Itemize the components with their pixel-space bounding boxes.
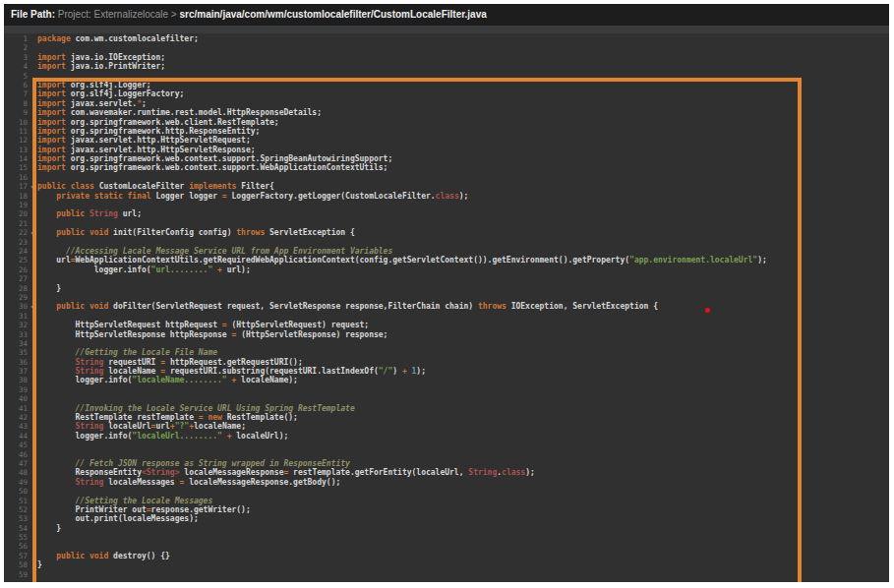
code-row[interactable]: 44 logger.info("localeUrl........" + loc… — [4, 432, 889, 441]
line-number[interactable]: 30 — [4, 302, 29, 311]
code-line[interactable]: PrintWriter out=response.getWriter(); — [35, 505, 889, 514]
line-number[interactable]: 19 — [4, 201, 29, 209]
line-number[interactable]: 9 — [4, 108, 29, 117]
fold-gutter[interactable] — [29, 173, 35, 182]
line-number[interactable]: 11 — [4, 127, 29, 136]
line-number[interactable]: 44 — [4, 432, 29, 441]
fold-gutter[interactable] — [29, 505, 35, 514]
code-line[interactable]: public void init(FilterConfig config) th… — [35, 228, 889, 237]
code-row[interactable]: 40 — [4, 394, 889, 403]
code-line[interactable]: String localeName = requestURI.substring… — [35, 367, 889, 376]
line-number[interactable]: 41 — [4, 404, 29, 413]
fold-marker-icon[interactable]: ▾ — [29, 228, 35, 237]
fold-gutter[interactable] — [29, 570, 35, 579]
code-line[interactable] — [35, 441, 889, 449]
code-line[interactable] — [35, 533, 889, 542]
code-row[interactable]: 31 — [4, 312, 889, 321]
fold-gutter[interactable] — [29, 192, 35, 201]
fold-gutter[interactable] — [29, 514, 35, 523]
code-line[interactable]: import org.springframework.web.client.Re… — [35, 118, 889, 127]
fold-gutter[interactable] — [29, 524, 35, 533]
code-row[interactable]: 39 — [4, 385, 889, 394]
code-row[interactable]: 46 — [4, 450, 889, 459]
code-editor[interactable]: 1package com.wm.customlocalefilter;23imp… — [4, 33, 889, 579]
code-line[interactable]: import org.springframework.web.context.s… — [35, 154, 889, 163]
code-row[interactable]: 27 — [4, 274, 889, 283]
fold-gutter[interactable] — [29, 247, 35, 256]
code-line[interactable]: //Accessing Lacale Message Service URL f… — [35, 247, 889, 256]
code-line[interactable] — [35, 487, 889, 496]
fold-gutter[interactable] — [29, 209, 35, 218]
fold-gutter[interactable] — [29, 404, 35, 413]
line-number[interactable]: 34 — [4, 339, 29, 348]
line-number[interactable]: 39 — [4, 385, 29, 394]
line-number[interactable]: 28 — [4, 284, 29, 293]
line-number[interactable]: 31 — [4, 312, 29, 321]
code-row[interactable]: 59 — [4, 570, 889, 579]
code-line[interactable]: import com.wavemaker.runtime.rest.model.… — [35, 108, 889, 117]
code-row[interactable]: 53 out.print(localeMessages); — [4, 514, 889, 523]
code-row[interactable]: 1package com.wm.customlocalefilter; — [4, 34, 889, 43]
code-row[interactable]: 33 HttpServletResponse httpResponse = (H… — [4, 330, 889, 339]
code-line[interactable] — [35, 450, 889, 459]
fold-gutter[interactable] — [29, 53, 35, 62]
fold-gutter[interactable] — [29, 533, 35, 542]
line-number[interactable]: 1 — [4, 34, 29, 43]
line-number[interactable]: 42 — [4, 413, 29, 422]
code-row[interactable]: 25 url=WebApplicationContextUtils.getReq… — [4, 256, 889, 265]
code-row[interactable]: 43 String localeUrl=url+"?"+localeName; — [4, 422, 889, 431]
line-number[interactable]: 22 — [4, 228, 29, 237]
code-row[interactable]: 32 HttpServletRequest httpRequest = (Htt… — [4, 321, 889, 329]
code-row[interactable]: 42 RestTemplate restTemplate = new RestT… — [4, 413, 889, 422]
line-number[interactable]: 14 — [4, 154, 29, 163]
code-row[interactable]: 21 — [4, 219, 889, 228]
code-line[interactable]: //Getting the Locale File Name — [35, 348, 889, 357]
line-number[interactable]: 59 — [4, 570, 29, 579]
code-row[interactable]: 34 — [4, 339, 889, 348]
code-row[interactable]: 23 — [4, 238, 889, 247]
fold-gutter[interactable] — [29, 441, 35, 449]
fold-gutter[interactable] — [29, 450, 35, 459]
fold-gutter[interactable] — [29, 108, 35, 117]
fold-gutter[interactable] — [29, 459, 35, 468]
code-line[interactable] — [35, 542, 889, 551]
code-row[interactable]: 5 — [4, 72, 889, 81]
line-number[interactable]: 48 — [4, 468, 29, 477]
code-row[interactable]: 58} — [4, 560, 889, 569]
line-number[interactable]: 6 — [4, 81, 29, 89]
line-number[interactable]: 35 — [4, 348, 29, 357]
code-row[interactable]: 6import org.slf4j.Logger; — [4, 81, 889, 89]
fold-gutter[interactable] — [29, 146, 35, 154]
line-number[interactable]: 32 — [4, 321, 29, 329]
code-row[interactable]: 48 ResponseEntity<String> localeMessageR… — [4, 468, 889, 477]
line-number[interactable]: 20 — [4, 209, 29, 218]
code-line[interactable]: ResponseEntity<String> localeMessageResp… — [35, 468, 889, 477]
code-row[interactable]: 41 //Invoking the Locale Service URL Usi… — [4, 404, 889, 413]
code-row[interactable]: 38 logger.info("localeName........" + lo… — [4, 376, 889, 384]
line-number[interactable]: 36 — [4, 358, 29, 367]
code-row[interactable]: 52 PrintWriter out=response.getWriter(); — [4, 505, 889, 514]
line-number[interactable]: 46 — [4, 450, 29, 459]
code-row[interactable]: 19 — [4, 201, 889, 209]
line-number[interactable]: 2 — [4, 43, 29, 52]
code-line[interactable] — [35, 219, 889, 228]
fold-gutter[interactable] — [29, 385, 35, 394]
code-row[interactable]: 45 — [4, 441, 889, 449]
code-row[interactable]: 24 //Accessing Lacale Message Service UR… — [4, 247, 889, 256]
code-line[interactable] — [35, 339, 889, 348]
line-number[interactable]: 24 — [4, 247, 29, 256]
code-line[interactable]: package com.wm.customlocalefilter; — [35, 34, 889, 43]
fold-gutter[interactable] — [29, 99, 35, 108]
line-number[interactable]: 15 — [4, 163, 29, 172]
code-line[interactable] — [35, 173, 889, 182]
code-row[interactable]: 56 — [4, 542, 889, 551]
fold-gutter[interactable] — [29, 274, 35, 283]
line-number[interactable]: 16 — [4, 173, 29, 182]
code-row[interactable]: 47 // Fetch JSON response as String wrap… — [4, 459, 889, 468]
code-line[interactable]: out.print(localeMessages); — [35, 514, 889, 523]
fold-gutter[interactable] — [29, 422, 35, 431]
line-number[interactable]: 27 — [4, 274, 29, 283]
line-number[interactable]: 23 — [4, 238, 29, 247]
fold-gutter[interactable] — [29, 497, 35, 505]
code-row[interactable]: 4import java.io.PrintWriter; — [4, 62, 889, 71]
